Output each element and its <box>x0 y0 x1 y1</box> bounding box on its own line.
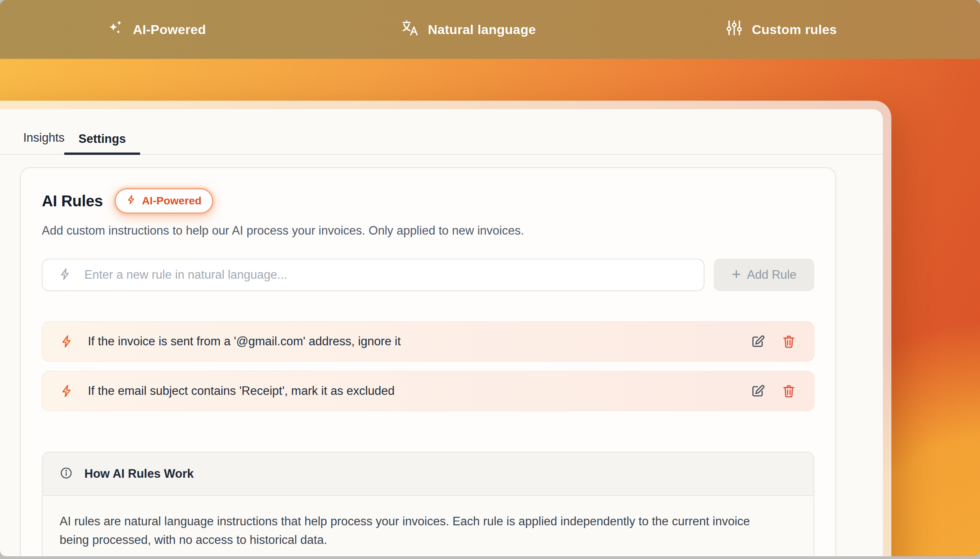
feature-label: Custom rules <box>752 22 837 37</box>
translate-icon <box>401 19 419 40</box>
card-header: AI Rules AI-Powered <box>42 188 814 214</box>
add-rule-label: Add Rule <box>747 268 797 282</box>
feature-ai-powered: AI-Powered <box>0 19 312 40</box>
app-window: Insights Settings AI Rules A <box>0 101 891 556</box>
desktop-wallpaper: Insights Settings AI Rules A <box>0 59 980 556</box>
feature-bar: AI-Powered Natural language <box>0 0 980 59</box>
add-rule-button[interactable]: + Add Rule <box>714 259 814 291</box>
bolt-icon <box>126 194 137 207</box>
trash-icon <box>781 334 796 349</box>
rules-list: If the invoice is sent from a '@gmail.co… <box>42 321 814 411</box>
edit-rule-button[interactable] <box>750 384 765 398</box>
rule-row: If the invoice is sent from a '@gmail.co… <box>42 321 814 362</box>
bolt-icon <box>60 384 74 398</box>
new-rule-row: + Add Rule <box>42 259 814 291</box>
bolt-icon <box>59 267 72 282</box>
feature-natural-language: Natural language <box>312 19 625 40</box>
tab-settings[interactable]: Settings <box>64 132 140 155</box>
plus-icon: + <box>732 266 741 282</box>
rule-actions <box>750 384 796 398</box>
feature-label: Natural language <box>428 22 536 37</box>
how-rules-work-box: How AI Rules Work AI rules are natural l… <box>42 452 814 556</box>
new-rule-input[interactable] <box>84 267 692 282</box>
sliders-icon <box>725 19 743 40</box>
delete-rule-button[interactable] <box>781 384 796 398</box>
ai-powered-badge: AI-Powered <box>115 188 213 214</box>
tab-insights[interactable]: Insights <box>23 131 65 154</box>
page-title: AI Rules <box>42 192 103 210</box>
rule-text: If the invoice is sent from a '@gmail.co… <box>88 334 737 348</box>
ai-rules-card: AI Rules AI-Powered Add custom instructi… <box>20 167 836 556</box>
hero-canvas: AI-Powered Natural language <box>0 0 980 556</box>
rule-text: If the email subject contains 'Receipt',… <box>88 384 737 398</box>
tab-bar: Insights Settings <box>0 131 883 155</box>
info-icon <box>60 466 73 481</box>
card-description: Add custom instructions to help our AI p… <box>42 224 814 238</box>
info-title: How AI Rules Work <box>84 467 194 481</box>
how-rules-work-header: How AI Rules Work <box>43 453 814 496</box>
feature-label: AI-Powered <box>133 22 206 37</box>
badge-label: AI-Powered <box>142 195 202 207</box>
trash-icon <box>781 384 796 398</box>
feature-custom-rules: Custom rules <box>625 19 937 40</box>
pencil-square-icon <box>750 384 765 398</box>
sparkles-icon <box>106 19 124 40</box>
delete-rule-button[interactable] <box>781 334 796 349</box>
app-window-content: Insights Settings AI Rules A <box>0 109 883 556</box>
edit-rule-button[interactable] <box>750 334 765 349</box>
info-body: AI rules are natural language instructio… <box>43 496 814 556</box>
new-rule-field-wrap <box>42 259 704 291</box>
rule-actions <box>750 334 796 349</box>
bolt-icon <box>60 334 74 348</box>
rule-row: If the email subject contains 'Receipt',… <box>42 371 814 411</box>
pencil-square-icon <box>750 334 765 349</box>
